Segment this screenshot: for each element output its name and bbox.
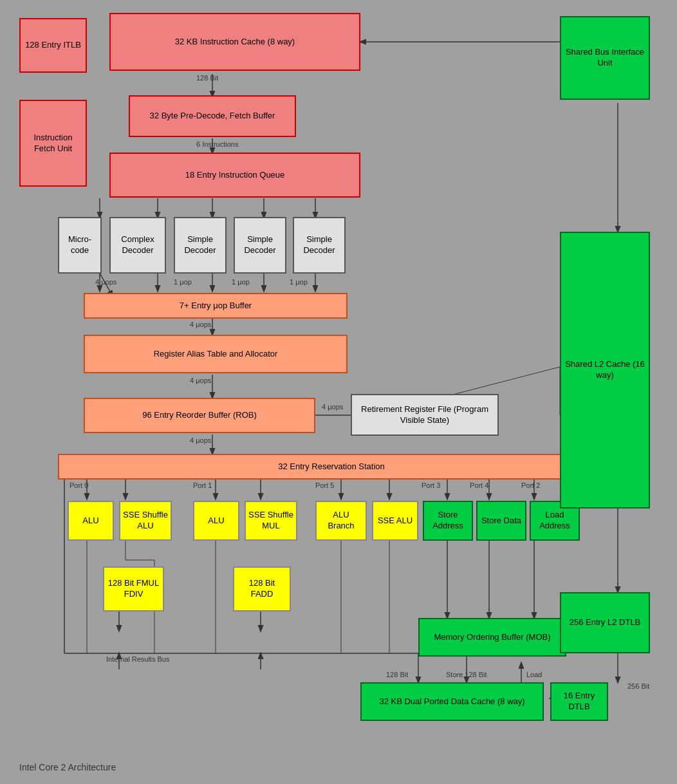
uops4-label4: 4 μops [190,436,211,444]
simple-decoder3-box: Simple Decoder [293,217,346,274]
reservation-box: 32 Entry Reservation Station [58,454,605,480]
simple-decoder2-box: Simple Decoder [234,217,286,274]
uop1-label3: 1 μop [290,278,308,286]
l2cache-box: Shared L2 Cache (16 way) [560,232,650,509]
instructions-label: 6 Instructions [196,140,238,148]
iq-box: 18 Entry Instruction Queue [109,153,360,198]
simple-decoder2-label: Simple Decoder [237,234,283,256]
complex-decoder-label: Complex Decoder [113,234,162,256]
simple-decoder1-label: Simple Decoder [178,234,223,256]
uop-buffer-box: 7+ Entry μop Buffer [84,293,348,319]
icache-box: 32 KB Instruction Cache (8 way) [109,13,360,71]
simple-decoder1-box: Simple Decoder [174,217,227,274]
dtlb-label: 16 Entry DTLB [554,691,604,713]
l2dtlb-label: 256 Entry L2 DTLB [570,617,641,628]
bit128-label: 128 Bit [196,74,218,82]
sse-shuffle-alu-label: SSE Shuffle ALU [123,510,168,532]
simple-decoder3-label: Simple Decoder [297,234,342,256]
shared-bus-label: Shared Bus Interface Unit [564,47,646,69]
sse-alu-box: SSE ALU [372,501,418,541]
fadd-label: 128 Bit FADD [237,578,287,600]
rob-label: 96 Entry Reorder Buffer (ROB) [142,410,257,421]
shared-bus-box: Shared Bus Interface Unit [560,16,650,100]
reservation-label: 32 Entry Reservation Station [278,462,384,472]
store-data-box: Store Data [476,501,526,541]
uops4-label1: 4 μops [95,278,116,286]
footer-label: Intel Core 2 Architecture [19,762,116,772]
microcode-label: Micro- code [62,234,98,256]
l2cache-label: Shared L2 Cache (16 way) [564,359,646,381]
sse-alu-label: SSE ALU [378,516,413,527]
ifu-label: Instruction Fetch Unit [23,133,83,154]
alu2-label: ALU [208,516,224,527]
dtlb-box: 16 Entry DTLB [550,682,608,721]
bit256-label: 256 Bit [627,682,649,690]
iq-label: 18 Entry Instruction Queue [185,170,285,181]
mob-box: Memory Ordering Buffer (MOB) [418,618,566,657]
port5-label: Port 5 [315,481,334,489]
port2-label: Port 2 [521,481,540,489]
uops4-label-retire: 4 μops [322,403,343,411]
store128-label: Store 128 Bit [446,671,487,678]
itlb-box: 128 Entry ITLB [19,18,87,73]
bit128-dc-label: 128 Bit [386,671,408,678]
store-data-label: Store Data [481,516,521,527]
itlb-label: 128 Entry ITLB [25,40,81,51]
alu2-box: ALU [193,501,239,541]
predecode-label: 32 Byte Pre-Decode, Fetch Buffer [150,111,275,122]
fmul-fdiv-box: 128 Bit FMUL FDIV [103,566,164,611]
predecode-box: 32 Byte Pre-Decode, Fetch Buffer [129,95,296,137]
port4-label: Port 4 [470,481,488,489]
rat-box: Register Alias Table and Allocator [84,335,348,373]
store-address-box: Store Address [423,501,473,541]
port1-label: Port 1 [193,481,212,489]
load-address-label: Load Address [533,510,576,532]
port0-label: Port 0 [70,481,88,489]
dcache-label: 32 KB Dual Ported Data Cache (8 way) [379,696,524,707]
uops4-label3: 4 μops [190,377,211,384]
alu-branch-box: ALU Branch [315,501,367,541]
ifu-box: Instruction Fetch Unit [19,100,87,187]
alu1-label: ALU [82,516,98,527]
icache-label: 32 KB Instruction Cache (8 way) [175,37,295,48]
uops4-label2: 4 μops [190,321,211,328]
microcode-box: Micro- code [58,217,102,274]
uop1-label2: 1 μop [232,278,250,286]
rrfile-label: Retirement Register File (Program Visibl… [355,404,495,426]
rob-box: 96 Entry Reorder Buffer (ROB) [84,398,315,433]
uop1-label1: 1 μop [174,278,192,286]
mob-label: Memory Ordering Buffer (MOB) [434,632,550,643]
alu-branch-label: ALU Branch [319,510,363,532]
internal-results-label: Internal Results Bus [106,655,169,663]
fadd-box: 128 Bit FADD [233,566,291,611]
uop-buffer-label: 7+ Entry μop Buffer [180,301,252,312]
store-address-label: Store Address [427,510,469,532]
rrfile-box: Retirement Register File (Program Visibl… [351,394,499,436]
sse-shuffle-mul-box: SSE Shuffle MUL [245,501,297,541]
sse-shuffle-mul-label: SSE Shuffle MUL [248,510,293,532]
sse-shuffle-alu-box: SSE Shuffle ALU [119,501,172,541]
complex-decoder-box: Complex Decoder [109,217,166,274]
port3-label: Port 3 [422,481,440,489]
alu1-box: ALU [68,501,114,541]
rat-label: Register Alias Table and Allocator [154,349,278,360]
dcache-box: 32 KB Dual Ported Data Cache (8 way) [360,682,544,721]
load-label: Load [526,671,542,678]
fmul-fdiv-label: 128 Bit FMUL FDIV [107,578,160,600]
l2dtlb-box: 256 Entry L2 DTLB [560,592,650,653]
